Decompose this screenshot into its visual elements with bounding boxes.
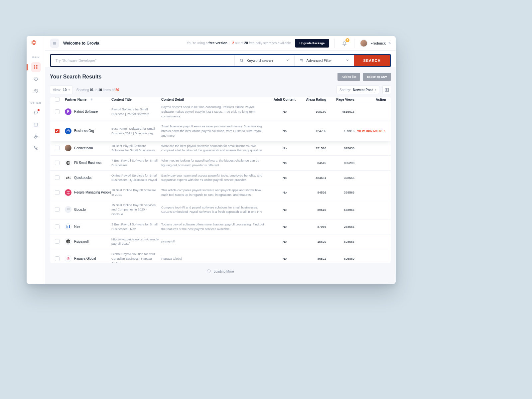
view-contacts-link[interactable]: VIEW CONTACTS (357, 129, 386, 133)
sidebar-item-favorites[interactable] (31, 74, 41, 84)
row-checkbox[interactable] (55, 239, 60, 244)
sidebar-rail: MAIN OTHER (27, 36, 45, 284)
avatar (360, 39, 368, 47)
row-checkbox[interactable] (55, 175, 60, 180)
adult-content: No (270, 240, 300, 243)
showing-label: Showing 01 to 10 items of 50 (76, 88, 119, 92)
content-title: 10 Best Payroll Software Solutions for S… (111, 144, 161, 153)
partner-name: Connecteam (74, 146, 93, 150)
content-title: http://www.psipayroll.com/canada-payroll… (111, 237, 161, 246)
view-count-select[interactable]: View: 10 ▾ (50, 85, 73, 94)
table-row[interactable]: pplpplPeople Managing People10 Best Onli… (50, 185, 391, 200)
content-detail: Small business payroll services save you… (161, 124, 270, 138)
svg-point-4 (34, 67, 35, 68)
page-views: 368566 (326, 191, 354, 194)
filter-icon (299, 58, 304, 63)
row-checkbox[interactable] (55, 224, 60, 229)
row-checkbox[interactable] (55, 207, 60, 212)
add-to-list-button[interactable]: Add to list (337, 73, 360, 81)
adult-content: No (270, 161, 300, 165)
app-logo (31, 40, 41, 49)
select-all-checkbox[interactable] (55, 97, 60, 102)
svg-point-9 (37, 89, 38, 90)
table-row[interactable]: PPatriot SoftwarePayroll Software for Sm… (50, 102, 391, 121)
sidebar-item-settings[interactable] (31, 132, 41, 142)
adult-content: No (270, 257, 300, 260)
main-column: Welcome to Grovia You're using a free ve… (45, 36, 396, 284)
content-detail: When you're looking for payroll software… (161, 158, 270, 168)
svg-point-5 (36, 67, 37, 68)
table-row[interactable]: Business.OrgBest Payroll Software for Sm… (50, 121, 391, 141)
page-views: 4515616 (326, 110, 354, 113)
content-detail: Easily pay your team and access powerful… (161, 173, 270, 183)
alexa-rating: 84515 (300, 161, 326, 165)
keyword-search-dropdown[interactable]: Keyword search (234, 55, 294, 66)
column-alexa[interactable]: Alexa Rating (300, 98, 326, 101)
table-row[interactable]: Fit Small Business7 Best Payroll Softwar… (50, 156, 391, 171)
svg-point-8 (35, 89, 36, 91)
partner-logo: ckt (65, 174, 71, 181)
layout-toggle-button[interactable] (382, 85, 391, 94)
column-action: Action (354, 98, 386, 101)
sort-select[interactable]: Sort by: Newest Post ▾ (336, 85, 379, 94)
table-row[interactable]: Papaya GlobalGlobal Payroll Solution for… (50, 249, 391, 263)
adult-content: No (270, 191, 300, 194)
notifications-button[interactable]: 5 (340, 39, 349, 48)
user-menu[interactable]: Frederick ⇅ (360, 39, 391, 47)
svg-point-35 (67, 209, 67, 210)
adult-content: No (270, 208, 300, 211)
page-views: 378655 (326, 176, 354, 180)
page-title: Welcome to Grovia (63, 41, 99, 46)
row-checkbox[interactable] (55, 129, 60, 133)
column-title[interactable]: Content Title (111, 98, 161, 101)
search-input[interactable] (51, 55, 234, 66)
column-adult[interactable]: Adult Content (270, 98, 300, 101)
row-checkbox[interactable] (55, 256, 60, 261)
loading-more: Loading More (50, 263, 391, 279)
svg-marker-1 (33, 41, 35, 44)
table-row[interactable]: cktQuickbooksOnline Payroll Services for… (50, 171, 391, 186)
adult-content: No (270, 129, 300, 133)
sidebar-item-support[interactable] (31, 144, 41, 154)
svg-point-2 (34, 66, 35, 66)
adult-content: No (270, 176, 300, 180)
sidebar-item-dashboard[interactable] (31, 62, 41, 72)
column-views[interactable]: Page Views (326, 98, 354, 101)
notification-dot-icon (38, 109, 40, 111)
sidebar-section-main: MAIN (32, 56, 40, 59)
chevron-down-icon (286, 58, 290, 63)
results-title: Your Search Results (50, 74, 101, 80)
partner-logo (65, 128, 71, 134)
page-views: 695889 (326, 257, 354, 260)
row-checkbox[interactable] (55, 190, 60, 195)
page-views: 568966 (326, 208, 354, 211)
column-detail[interactable]: Content Detail (161, 98, 270, 101)
content-title: 10 Best Online Payroll Software In 2021 (111, 188, 161, 197)
svg-point-21 (301, 59, 301, 60)
svg-point-18 (240, 59, 242, 62)
column-partner[interactable]: Partner Name⇅ (65, 98, 111, 101)
table-row[interactable]: Psipayrollhttp://www.psipayroll.com/cana… (50, 234, 391, 249)
export-csv-button[interactable]: Export to CSV (363, 73, 391, 81)
row-checkbox[interactable] (55, 109, 60, 114)
content-title: Best Payroll Software for Small Business… (111, 126, 161, 136)
search-band: Keyword search Advanced Filter (50, 54, 391, 67)
content-title: 7 Best Payroll Software for Small Busine… (111, 158, 161, 168)
partner-logo (65, 145, 71, 151)
upgrade-button[interactable]: Upgrade Package (295, 39, 330, 48)
table-row[interactable]: Nav3 Best Payroll Software for Small Bus… (50, 219, 391, 234)
advanced-filter-dropdown[interactable]: Advanced Filter (294, 55, 354, 66)
search-button[interactable]: SEARCH (354, 55, 390, 66)
row-checkbox[interactable] (55, 146, 60, 150)
table-row[interactable]: Connecteam10 Best Payroll Software Solut… (50, 141, 391, 156)
row-checkbox[interactable] (55, 161, 60, 165)
table-row[interactable]: Goco.Io15 Best Online Payroll Services a… (50, 200, 391, 219)
sidebar-item-news[interactable] (31, 120, 41, 130)
svg-point-37 (69, 209, 69, 210)
sidebar-item-contacts[interactable] (31, 86, 41, 96)
partner-name: Patriot Software (74, 110, 98, 113)
sidebar-item-messages[interactable] (31, 108, 41, 118)
content-detail: Papaya Global (161, 256, 270, 261)
menu-toggle-button[interactable] (50, 39, 59, 48)
sidebar-section-other: OTHER (31, 101, 41, 104)
